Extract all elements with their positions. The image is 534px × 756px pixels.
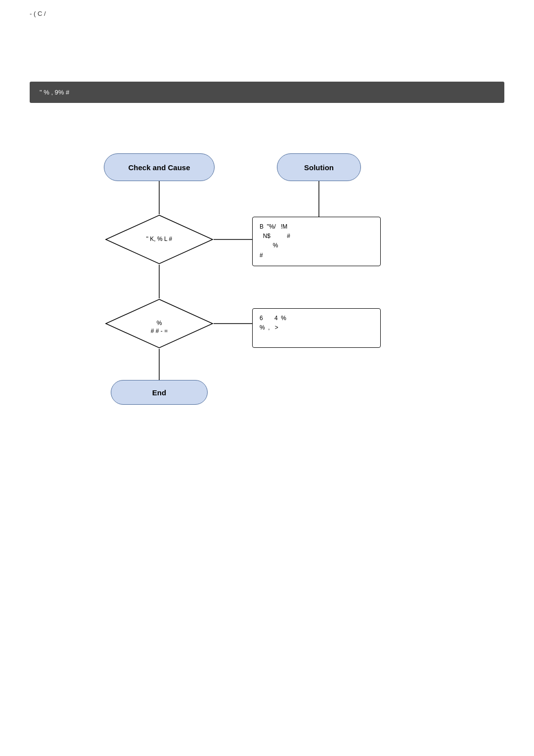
check-cause-node: Check and Cause [104,153,215,181]
solution-node: Solution [277,153,361,181]
breadcrumb: - ( C / [0,5,534,22]
diagram-area: Check and Cause Solution " K, % L # % # … [0,118,534,563]
diamond1-label: " K, % L # [132,235,187,243]
diamond1-node: " K, % L # [105,214,214,264]
top-bar: " % , 9% # [30,82,504,103]
end-node: End [111,380,208,405]
diamond2-label: % # # - = [136,311,182,335]
solution-rect1: B "%/ !M N$ # % # [252,217,381,266]
diamond2-node: % # # - = [105,298,214,348]
solution-rect2: 6 4 % % , > [252,308,381,348]
